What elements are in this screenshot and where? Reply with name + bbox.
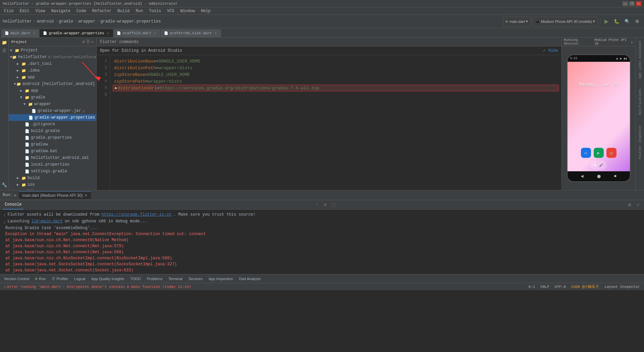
tree-android-app[interactable]: ▶ 📁 app bbox=[9, 87, 96, 94]
main-dart-link[interactable]: lib\main.dart bbox=[31, 218, 63, 224]
status-position[interactable]: 6:1 bbox=[527, 285, 537, 289]
menu-navigate[interactable]: Navigate bbox=[48, 8, 73, 14]
bottom-tab-app-quality[interactable]: App Quality Insights bbox=[89, 275, 127, 282]
menu-file[interactable]: File bbox=[1, 8, 16, 14]
close-button[interactable]: ✕ bbox=[636, 1, 641, 6]
console-reload-btn[interactable]: ↺ bbox=[322, 202, 328, 208]
bottom-tab-run[interactable]: ▶ Run bbox=[33, 275, 48, 282]
console-settings-icon[interactable]: ⚙ bbox=[627, 202, 633, 208]
breadcrumb-helloflutter[interactable]: helloflutter bbox=[3, 19, 32, 24]
console-stop-btn[interactable]: ⬛ bbox=[330, 202, 336, 208]
breadcrumb-android[interactable]: android bbox=[37, 19, 54, 24]
bottom-tab-logcat[interactable]: Logcat bbox=[71, 275, 88, 282]
tree-local-properties[interactable]: 📄 local.properties bbox=[9, 161, 96, 168]
app-links-assistant-icon[interactable]: App Links Assistant bbox=[636, 39, 644, 80]
bottom-tab-problems[interactable]: Problems bbox=[144, 275, 165, 282]
bottom-tab-profiler[interactable]: ⏱ Profiler bbox=[49, 275, 71, 282]
phone-recents-btn[interactable]: ■ bbox=[614, 174, 616, 179]
status-crlf[interactable]: CRLF bbox=[539, 285, 550, 289]
left-icon-structure[interactable]: 🔧 bbox=[1, 181, 8, 189]
debug-button[interactable]: 🐛 bbox=[612, 17, 621, 26]
left-icon-resources[interactable]: ☰ bbox=[1, 47, 8, 54]
tree-gitignore[interactable]: 📄 .gitignore bbox=[9, 121, 96, 128]
tree-gradle-properties[interactable]: 📄 gradle-wrapper.properties bbox=[9, 114, 96, 121]
tab-gradle-close[interactable]: ✕ bbox=[106, 31, 110, 35]
menu-tools[interactable]: Tools bbox=[146, 8, 164, 14]
tree-project-root[interactable]: ▼ 📁 Project bbox=[9, 47, 96, 54]
bottom-tab-terminal[interactable]: Terminal bbox=[166, 275, 185, 282]
run-button[interactable]: ▶ bbox=[602, 17, 610, 26]
settings-gear-icon[interactable]: ⚙ bbox=[83, 39, 85, 44]
left-icon-project[interactable]: 📁 bbox=[1, 39, 8, 46]
tree-gradlew[interactable]: 📄 gradlew bbox=[9, 141, 96, 148]
tree-app[interactable]: ▶ 📁 app bbox=[9, 74, 96, 81]
console-tab-console[interactable]: Console bbox=[3, 200, 23, 210]
tab-scaffold-dart[interactable]: 📄 scaffold.dart ✕ bbox=[113, 29, 160, 37]
tab-preferred-close[interactable]: ✕ bbox=[214, 31, 218, 35]
code-editor[interactable]: distributionBase=GRADLE_USER_HOME distri… bbox=[110, 55, 561, 190]
run-tab-close[interactable]: ✕ bbox=[84, 193, 88, 198]
phone-home-btn[interactable]: ⬤ bbox=[597, 174, 601, 178]
tree-build-gradle[interactable]: 📄 build.gradle bbox=[9, 128, 96, 134]
tab-gradle-wrapper-properties[interactable]: 📄 gradle-wrapper.properties ✕ bbox=[40, 29, 113, 37]
tab-scaffold-close[interactable]: ✕ bbox=[153, 31, 157, 35]
editor-content[interactable]: 1 2 3 4 5 6 distributionBase=GRADLE_USER… bbox=[97, 55, 561, 190]
bottom-tab-version-control[interactable]: Version Control bbox=[1, 275, 32, 282]
tree-idea[interactable]: ▶ 📁 .idea bbox=[9, 67, 96, 74]
phone-search-bar[interactable]: G 🎤 bbox=[591, 161, 606, 170]
bottom-tab-dart-analysis[interactable]: Dart Analysis bbox=[236, 275, 263, 282]
tree-lib[interactable]: ▶ 📁 lib bbox=[9, 188, 96, 190]
menu-code[interactable]: Code bbox=[74, 8, 89, 14]
bottom-tab-app-inspection[interactable]: App Inspection bbox=[206, 275, 236, 282]
menu-help[interactable]: Help bbox=[198, 8, 213, 14]
restore-button[interactable]: ❐ bbox=[629, 1, 635, 6]
minimize-button[interactable]: — bbox=[623, 1, 628, 6]
tree-helloflutter-android-iml[interactable]: 📄 helloflutter_android.iml bbox=[9, 155, 96, 161]
menu-run[interactable]: Run bbox=[133, 8, 146, 14]
menu-build[interactable]: Build bbox=[115, 8, 132, 14]
breadcrumb-file[interactable]: gradle-wrapper.properties bbox=[100, 19, 161, 24]
tree-gradle-properties-root[interactable]: 📄 gradle.properties bbox=[9, 134, 96, 141]
run-tab-main[interactable]: main.dart (Medium Phone API 30) ✕ bbox=[19, 191, 91, 199]
menu-edit[interactable]: Edit bbox=[17, 8, 32, 14]
flutter-inspector-icon[interactable]: Flutter Inspector bbox=[636, 124, 644, 161]
layout-icon[interactable]: ☰ bbox=[86, 39, 90, 44]
tab-main-dart[interactable]: 📄 main.dart ✕ bbox=[1, 29, 39, 37]
tree-gradlew-bat[interactable]: 📄 gradlew.bat bbox=[9, 148, 96, 155]
status-encoding[interactable]: UTF-8 bbox=[553, 285, 567, 289]
search-everywhere-button[interactable]: 🔍 bbox=[623, 17, 632, 26]
settings-button[interactable]: ⚙ bbox=[633, 17, 641, 26]
breadcrumb-gradle[interactable]: gradle bbox=[59, 19, 73, 24]
status-layout-inspector[interactable]: Layout Inspector bbox=[603, 285, 641, 289]
tree-settings-gradle[interactable]: 📄 settings.gradle bbox=[9, 168, 96, 175]
console-up-btn[interactable]: ↑ bbox=[314, 202, 320, 208]
tree-wrapper[interactable]: ▼ 📁 wrapper bbox=[9, 101, 96, 107]
device-selector[interactable]: 📱 Medium Phone API 30 (mobile) ▾ bbox=[532, 17, 598, 26]
tab-main-dart-close[interactable]: ✕ bbox=[32, 31, 36, 35]
bottom-tab-todo[interactable]: TODO bbox=[127, 275, 144, 282]
tree-gradle-jar[interactable]: 📄 gradle-wrapper.jar ⚠ bbox=[9, 107, 96, 114]
run-config-icon: ▶ bbox=[506, 19, 508, 24]
tree-android[interactable]: ▼ 📁 android [helloflutter_android] bbox=[9, 81, 96, 87]
tree-ios[interactable]: ▶ 📁 ios bbox=[9, 181, 96, 188]
hide-link[interactable]: Hide bbox=[548, 48, 558, 53]
menu-window[interactable]: Window bbox=[178, 8, 198, 14]
main-layout: 📁 ☰ 🔧 Project ⚙ ☰ ✕ ▼ 📁 Project ▼ 📁 bbox=[0, 38, 644, 190]
bottom-tab-services[interactable]: Services bbox=[186, 275, 205, 282]
tab-preferred-size-dart[interactable]: 📄 preferred_size.dart ✕ bbox=[161, 29, 221, 37]
breadcrumb-wrapper[interactable]: wrapper bbox=[78, 19, 95, 24]
run-config-selector[interactable]: ▶ main.dart ▾ bbox=[503, 17, 531, 26]
add-device-button[interactable]: + bbox=[631, 39, 633, 45]
notifications-icon[interactable]: Notifications bbox=[636, 87, 644, 116]
tree-dart-tool[interactable]: ▶ 📁 .dart_tool bbox=[9, 60, 96, 67]
menu-vcs[interactable]: VCS bbox=[164, 8, 177, 14]
console-expand-icon[interactable]: ⤢ bbox=[635, 202, 641, 208]
flutter-io-link[interactable]: https://storage.flutter-io.cn bbox=[101, 212, 171, 218]
tree-gradle[interactable]: ▼ 📁 gradle bbox=[9, 94, 96, 101]
phone-back-btn[interactable]: ◄ bbox=[581, 174, 583, 179]
tree-helloflutter[interactable]: ▼ 📁 helloflutter D:\UxFlutter\helloflutt… bbox=[9, 54, 96, 60]
tree-build[interactable]: ▶ 📁 build bbox=[9, 175, 96, 181]
close-panel-icon[interactable]: ✕ bbox=[91, 39, 94, 44]
menu-view[interactable]: View bbox=[33, 8, 48, 14]
menu-refactor[interactable]: Refactor bbox=[90, 8, 114, 14]
